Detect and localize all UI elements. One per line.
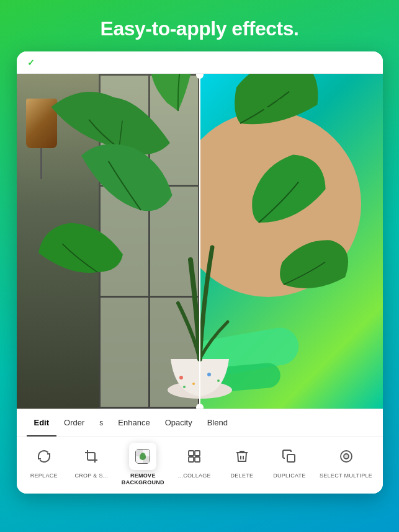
tab-enhance[interactable]: Enhance [110, 409, 157, 437]
tabs-row: Edit Order s Enhance Opacity Blend [17, 409, 383, 437]
tool-delete[interactable]: DELETE [225, 443, 259, 479]
comparison-divider[interactable] [199, 74, 200, 409]
svg-point-4 [217, 379, 220, 382]
remove-bg-icon-box [129, 443, 156, 470]
svg-rect-13 [195, 451, 200, 456]
tab-s[interactable]: s [92, 409, 110, 437]
replace-label: REPLACE [30, 472, 58, 479]
tab-edit[interactable]: Edit [27, 409, 57, 437]
divider-handle-bottom [196, 404, 204, 409]
svg-point-1 [179, 376, 183, 379]
replace-icon [30, 443, 58, 470]
collage-icon [181, 443, 208, 470]
duplicate-icon [276, 443, 303, 470]
image-comparison[interactable] [17, 74, 383, 409]
canvas-area: ✓ [17, 51, 383, 494]
tool-replace[interactable]: REPLACE [27, 443, 61, 479]
headline: Easy-to-apply effects. [88, 0, 312, 51]
tab-opacity[interactable]: Opacity [158, 409, 200, 437]
duplicate-label: DUPLICATE [273, 472, 306, 479]
tab-order[interactable]: Order [56, 409, 92, 437]
svg-rect-15 [195, 457, 200, 462]
remove-bg-label: REMOVE BACKGROUND [122, 472, 164, 486]
svg-point-18 [344, 454, 349, 459]
bottom-ui: Edit Order s Enhance Opacity Blend REPLA… [17, 409, 383, 494]
select-multiple-label: SELECT MULTIPLE [320, 472, 372, 479]
tools-row: REPLACE CROP & S... [17, 437, 383, 494]
crop-label: CROP & S... [74, 472, 108, 479]
collage-label: ...COLLAGE [178, 472, 211, 479]
svg-point-3 [207, 373, 211, 376]
app-wrapper: Easy-to-apply effects. ✓ [0, 0, 399, 532]
tool-crop[interactable]: CROP & S... [74, 443, 109, 479]
delete-icon [228, 443, 256, 470]
tool-remove-bg[interactable]: REMOVE BACKGROUND [122, 443, 164, 486]
tool-select-multiple[interactable]: SELECT MULTIPLE [320, 443, 372, 479]
confirm-icon[interactable]: ✓ [25, 57, 37, 68]
delete-label: DELETE [230, 472, 253, 479]
svg-rect-14 [189, 457, 194, 462]
tool-duplicate[interactable]: DUPLICATE [272, 443, 307, 479]
select-multiple-icon [333, 443, 360, 470]
canvas-toolbar: ✓ [17, 51, 383, 74]
crop-icon [78, 443, 105, 470]
tab-blend[interactable]: Blend [200, 409, 235, 437]
svg-rect-12 [189, 451, 194, 456]
svg-rect-16 [287, 454, 295, 462]
tool-collage[interactable]: ...COLLAGE [177, 443, 212, 479]
svg-point-5 [183, 386, 186, 388]
svg-point-2 [192, 383, 195, 385]
